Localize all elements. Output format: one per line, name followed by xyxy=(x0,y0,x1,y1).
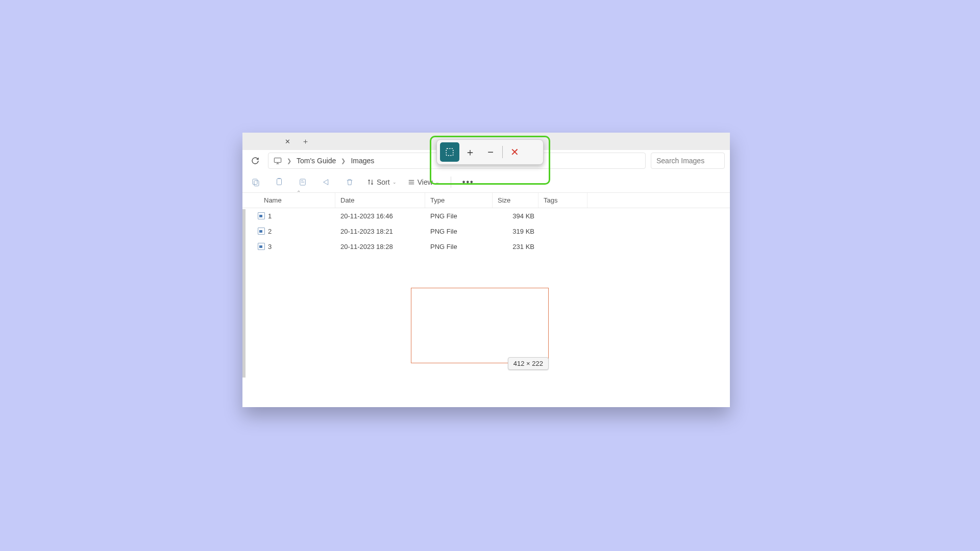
view-icon xyxy=(408,179,415,186)
new-tab-button[interactable]: ＋ xyxy=(298,137,313,146)
paste-button[interactable] xyxy=(297,176,309,188)
column-header-size[interactable]: Size xyxy=(493,193,538,208)
sort-label: Sort xyxy=(377,178,390,186)
file-size: 319 KB xyxy=(493,228,538,235)
highlight-box: ＋ − ✕ xyxy=(430,136,550,185)
file-type: PNG File xyxy=(425,228,493,235)
file-icon xyxy=(258,228,265,235)
snip-minus-button[interactable]: − xyxy=(481,142,500,162)
file-name: 2 xyxy=(268,228,272,235)
table-row[interactable]: 3 20-11-2023 18:28 PNG File 231 KB xyxy=(242,239,730,254)
file-icon xyxy=(258,243,265,250)
table-row[interactable]: 2 20-11-2023 18:21 PNG File 319 KB xyxy=(242,223,730,239)
svg-rect-3 xyxy=(253,179,257,185)
selection-dimensions: 412 × 222 xyxy=(508,357,549,370)
rectangle-snip-icon xyxy=(445,147,454,157)
snip-selection-rect[interactable]: 412 × 222 xyxy=(411,288,549,363)
close-icon[interactable]: ✕ xyxy=(285,138,290,145)
share-button[interactable] xyxy=(320,176,332,188)
snip-rectangle-button[interactable] xyxy=(440,142,459,162)
sort-icon xyxy=(367,179,374,186)
chevron-right-icon: ❯ xyxy=(287,158,291,164)
svg-rect-10 xyxy=(446,148,453,156)
search-input[interactable]: Search Images xyxy=(651,153,725,169)
plus-icon: ＋ xyxy=(465,145,475,159)
trash-icon xyxy=(345,178,354,187)
minus-icon: − xyxy=(487,146,494,158)
file-list: 1 20-11-2023 16:46 PNG File 394 KB 2 20-… xyxy=(242,208,730,407)
plus-icon: ＋ xyxy=(302,137,309,146)
scrollbar[interactable] xyxy=(242,209,246,378)
file-date: 20-11-2023 18:28 xyxy=(335,243,425,251)
column-header-name[interactable]: Name xyxy=(242,193,335,208)
file-name: 3 xyxy=(268,243,272,251)
cut-icon xyxy=(251,178,260,187)
svg-rect-4 xyxy=(254,181,259,186)
breadcrumb-part[interactable]: Images xyxy=(351,157,374,165)
svg-rect-5 xyxy=(277,179,282,185)
copy-button[interactable] xyxy=(273,176,285,188)
column-header-type[interactable]: Type xyxy=(425,193,493,208)
close-icon: ✕ xyxy=(510,146,519,158)
file-date: 20-11-2023 18:21 xyxy=(335,228,425,235)
file-date: 20-11-2023 16:46 xyxy=(335,212,425,220)
copy-icon xyxy=(275,178,284,187)
svg-rect-0 xyxy=(274,158,281,163)
tab-current[interactable]: ✕ xyxy=(250,134,296,148)
breadcrumb-part[interactable]: Tom's Guide xyxy=(297,157,336,165)
file-type: PNG File xyxy=(425,212,493,220)
file-size: 231 KB xyxy=(493,243,538,251)
snip-new-button[interactable]: ＋ xyxy=(460,142,480,162)
divider xyxy=(502,146,503,158)
column-header-tags[interactable]: Tags xyxy=(538,193,587,208)
paste-icon xyxy=(298,178,307,187)
chevron-down-icon: ⌄ xyxy=(393,180,397,185)
snipping-toolbar: ＋ − ✕ xyxy=(436,139,544,165)
delete-button[interactable] xyxy=(344,176,356,188)
file-type: PNG File xyxy=(425,243,493,251)
sort-button[interactable]: Sort ⌄ xyxy=(367,178,397,186)
chevron-right-icon: ❯ xyxy=(341,158,346,164)
file-icon xyxy=(258,212,265,219)
sort-indicator-icon: ⌃ xyxy=(297,190,301,195)
refresh-icon xyxy=(251,157,259,165)
cut-button[interactable] xyxy=(250,176,262,188)
file-size: 394 KB xyxy=(493,212,538,220)
search-placeholder: Search Images xyxy=(656,157,704,165)
file-name: 1 xyxy=(268,212,272,220)
table-row[interactable]: 1 20-11-2023 16:46 PNG File 394 KB xyxy=(242,208,730,223)
pc-icon xyxy=(274,157,282,164)
column-header-date[interactable]: Date xyxy=(335,193,425,208)
snip-close-button[interactable]: ✕ xyxy=(505,142,524,162)
column-headers: ⌃ Name Date Type Size Tags xyxy=(242,193,730,208)
share-icon xyxy=(322,178,331,187)
refresh-button[interactable] xyxy=(248,153,263,168)
